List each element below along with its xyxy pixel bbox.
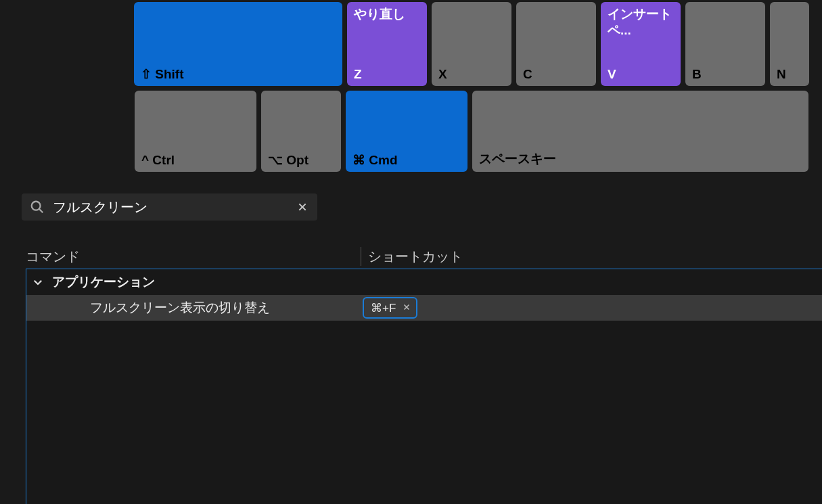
key-b[interactable]: B	[685, 2, 765, 86]
key-b-label: B	[692, 67, 758, 82]
key-shift[interactable]: ⇧ Shift	[134, 2, 342, 86]
shortcut-chip[interactable]: ⌘+F	[363, 297, 417, 319]
key-ctrl[interactable]: ^ Ctrl	[135, 91, 256, 172]
key-cmd[interactable]: ⌘ Cmd	[346, 91, 467, 172]
group-label: アプリケーション	[52, 273, 155, 291]
table-headers: コマンド ショートカット	[26, 244, 822, 269]
search-icon	[30, 200, 45, 214]
key-z-label: Z	[354, 67, 420, 82]
key-space-label: スペースキー	[479, 150, 802, 168]
key-ctrl-label: ^ Ctrl	[141, 153, 250, 168]
svg-line-1	[39, 209, 43, 213]
shortcut-text: ⌘+F	[371, 301, 396, 315]
key-v[interactable]: インサートペ... V	[601, 2, 681, 86]
key-opt[interactable]: ⌥ Opt	[261, 91, 341, 172]
remove-shortcut-button[interactable]	[403, 302, 411, 314]
key-c-label: C	[523, 67, 589, 82]
key-c[interactable]: C	[516, 2, 596, 86]
search-input[interactable]	[53, 200, 286, 215]
keyboard-row-2: ^ Ctrl ⌥ Opt ⌘ Cmd スペースキー	[135, 91, 822, 172]
key-v-label: V	[608, 67, 674, 82]
key-cmd-label: ⌘ Cmd	[352, 152, 461, 168]
keyboard-area: ⇧ Shift やり直し Z X C インサートペ... V B N	[0, 0, 822, 177]
key-z[interactable]: やり直し Z	[347, 2, 427, 86]
key-n[interactable]: N	[770, 2, 809, 86]
command-label: フルスクリーン表示の切り替え	[26, 299, 363, 317]
key-x-label: X	[438, 67, 505, 82]
chevron-down-icon	[32, 276, 44, 288]
group-row[interactable]: アプリケーション	[26, 269, 822, 295]
key-shift-label: ⇧ Shift	[141, 66, 336, 82]
shortcut-table: アプリケーション フルスクリーン表示の切り替え ⌘+F	[26, 269, 822, 504]
table-row[interactable]: フルスクリーン表示の切り替え ⌘+F	[26, 295, 822, 321]
key-v-action: インサートペ...	[608, 6, 674, 39]
header-shortcut: ショートカット	[368, 248, 822, 266]
header-command: コマンド	[26, 248, 361, 266]
keyboard-row-1: ⇧ Shift やり直し Z X C インサートペ... V B N	[134, 2, 822, 86]
clear-search-button[interactable]	[294, 199, 311, 215]
svg-point-0	[32, 202, 41, 210]
key-x[interactable]: X	[432, 2, 511, 86]
key-space[interactable]: スペースキー	[472, 91, 808, 172]
key-z-action: やり直し	[354, 6, 420, 22]
search-field[interactable]	[22, 193, 317, 221]
key-n-label: N	[777, 67, 802, 82]
header-divider	[361, 247, 361, 266]
key-opt-label: ⌥ Opt	[268, 152, 334, 168]
